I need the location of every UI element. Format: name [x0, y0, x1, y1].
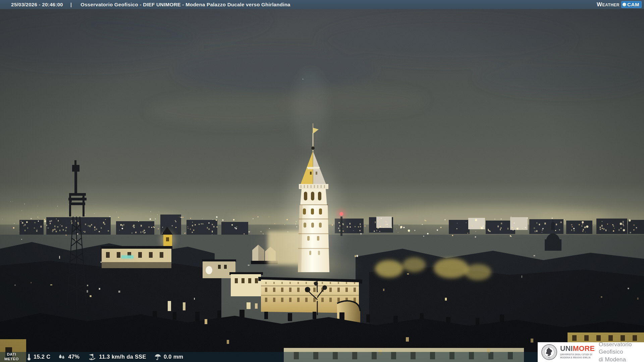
unimore-wordmark: UNIMORE UNIVERSITÀ DEGLI STUDI DI MODENA…: [560, 345, 595, 359]
unimore-seal-logo: 1175: [541, 344, 557, 360]
weathercam-cam-badge: CAM: [621, 1, 642, 8]
wind-reading: 11.3 km/h da SSE: [88, 353, 146, 360]
university-name-line1: UNIVERSITÀ DEGLI STUDI DI: [560, 353, 595, 356]
badge-line2: METEO: [4, 357, 19, 362]
humidity-reading: 47%: [58, 354, 79, 360]
wind-vane-icon: [88, 353, 97, 360]
webcam-frame: 25/03/2026 - 20:46:00 | Osservatorio Geo…: [0, 0, 644, 362]
cam-label: CAM: [627, 2, 639, 7]
timestamp: 25/03/2026 - 20:46:00: [11, 2, 63, 7]
camera-title: Osservatorio Geofisico - DIEF UNIMORE - …: [80, 2, 290, 7]
dati-meteo-badge: DATI METEO: [4, 352, 19, 362]
observatory-name: Osservatorio Geofisico di Modena: [599, 341, 644, 362]
thermometer-icon: [27, 353, 31, 361]
university-name-line2: MODENA E REGGIO EMILIA: [560, 356, 595, 359]
header-separator: |: [70, 2, 72, 7]
seal-year: 1175: [548, 357, 550, 359]
temperature-reading: 15.2 C: [27, 353, 50, 361]
header-bar: 25/03/2026 - 20:46:00 | Osservatorio Geo…: [0, 0, 644, 9]
weathercam-logo: Weather CAM: [597, 1, 642, 8]
rain-value: 0.0 mm: [164, 354, 183, 360]
unimore-uni: UNI: [560, 345, 573, 353]
humidity-icon: [58, 354, 66, 360]
unimore-more: MORE: [573, 345, 595, 353]
film-grain: [0, 0, 644, 362]
rain-icon: [154, 353, 161, 360]
unimore-branding-box: 1175 UNIMORE UNIVERSITÀ DEGLI STUDI DI M…: [538, 342, 644, 362]
badge-line1: DATI: [4, 352, 19, 357]
rain-reading: 0.0 mm: [154, 353, 183, 360]
humidity-value: 47%: [68, 354, 79, 360]
weathercam-word: Weather: [597, 1, 620, 8]
night-cityscape-photo: [0, 0, 644, 362]
cam-dot-icon: [623, 3, 626, 6]
temperature-value: 15.2 C: [34, 354, 50, 360]
wind-value: 11.3 km/h da SSE: [99, 354, 146, 360]
weather-readings: 15.2 C 47% 11.3 km/h da SSE 0.0 mm: [27, 353, 192, 361]
